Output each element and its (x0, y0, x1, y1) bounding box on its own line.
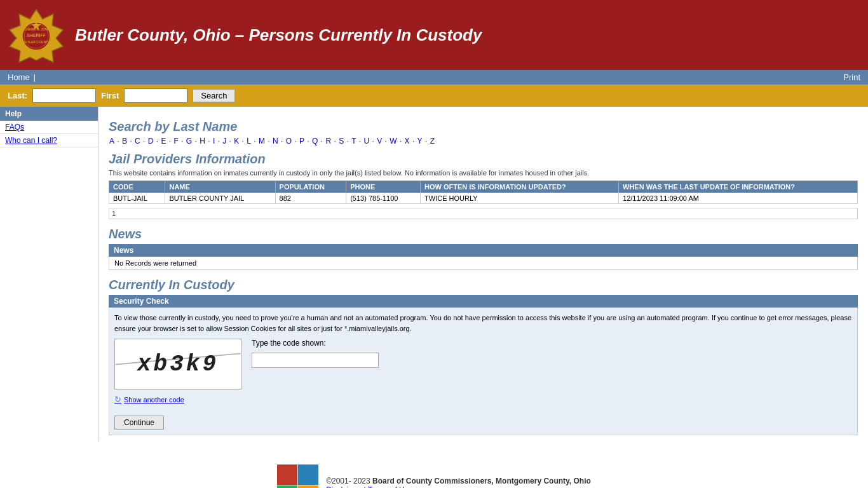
sidebar-item-faqs[interactable]: FAQs (0, 121, 98, 134)
alpha-b[interactable]: B (122, 137, 127, 146)
jail-table: CODE NAME POPULATION PHONE HOW OFTEN IS … (109, 180, 858, 204)
alpha-q[interactable]: Q (312, 137, 318, 146)
terms-link[interactable]: Terms of Use (368, 485, 413, 489)
alpha-s[interactable]: S (339, 137, 344, 146)
captcha-area: xb3k9 Type the code shown: (114, 339, 852, 390)
show-another-label: Show another code (124, 396, 184, 403)
disclaimer-link[interactable]: Disclaimer (326, 485, 362, 489)
svg-text:SHERIFF: SHERIFF (27, 33, 46, 37)
jail-description: This website contains information on inm… (109, 169, 858, 177)
montgomery-logo: MONTGOMERY (277, 464, 318, 488)
alpha-i[interactable]: I (213, 137, 215, 146)
alpha-d[interactable]: D (148, 137, 154, 146)
alpha-h[interactable]: H (200, 137, 205, 146)
news-header: News (109, 244, 858, 257)
layout: Help FAQs Who can I call? Search by Last… (0, 107, 868, 442)
cell-last-update: 12/11/2023 11:09:00 AM (619, 193, 858, 204)
jail-section: Jail Providers Information This website … (109, 152, 858, 219)
first-input[interactable] (124, 88, 187, 103)
show-another-code[interactable]: ↻ Show another code (114, 395, 852, 404)
news-heading: News (109, 227, 858, 241)
alpha-m[interactable]: M (259, 137, 265, 146)
security-header: Security Check (109, 295, 858, 308)
alpha-v[interactable]: V (377, 137, 382, 146)
alpha-x[interactable]: X (405, 137, 410, 146)
alpha-o[interactable]: O (286, 137, 292, 146)
alpha-l[interactable]: L (247, 137, 251, 146)
captcha-right: Type the code shown: (252, 339, 379, 368)
cell-code: BUTL-JAIL (109, 193, 165, 204)
home-link[interactable]: Home (8, 72, 30, 82)
sidebar-help-header: Help (0, 107, 98, 121)
alpha-k[interactable]: K (234, 137, 239, 146)
alpha-a[interactable]: A (109, 137, 114, 146)
table-row: BUTL-JAIL BUTLER COUNTY JAIL 882 (513) 7… (109, 193, 858, 204)
alpha-t[interactable]: T (351, 137, 356, 146)
searchbar: Last: First Search (0, 85, 868, 107)
news-body: No Records were returned (109, 257, 858, 270)
print-link[interactable]: Print (843, 72, 860, 82)
navbar: Home | Print (0, 70, 868, 85)
alpha-r[interactable]: R (325, 137, 331, 146)
page-header: RICHARD K. JONES SHERIFF BUTLER COUNTY B… (0, 0, 868, 70)
jail-heading: Jail Providers Information (109, 152, 858, 166)
alpha-n[interactable]: N (273, 137, 278, 146)
search-button[interactable]: Search (193, 89, 235, 102)
alpha-u[interactable]: U (364, 137, 370, 146)
table-footer: 1 (109, 208, 858, 219)
alpha-g[interactable]: G (186, 137, 192, 146)
alpha-z[interactable]: Z (430, 137, 435, 146)
svg-rect-10 (277, 485, 297, 488)
alpha-f[interactable]: F (173, 137, 178, 146)
svg-rect-11 (298, 485, 318, 488)
captcha-image: xb3k9 (114, 339, 241, 390)
alphabet-links: A · B · C · D · E · F · G · H · I · J · … (109, 137, 858, 146)
refresh-icon: ↻ (114, 395, 121, 404)
alpha-e[interactable]: E (161, 137, 166, 146)
sidebar-item-who-can-i-call[interactable]: Who can I call? (0, 134, 98, 147)
col-name: NAME (165, 181, 275, 193)
col-update-freq: HOW OFTEN IS INFORMATION UPDATED? (421, 181, 619, 193)
last-label: Last: (8, 91, 27, 100)
alpha-c[interactable]: C (135, 137, 140, 146)
custody-heading: Currently In Custody (109, 278, 858, 292)
search-section: Search by Last Name A · B · C · D · E · … (109, 119, 858, 146)
col-phone: PHONE (346, 181, 421, 193)
security-body: To view those currently in custody, you … (109, 308, 858, 435)
cell-name: BUTLER COUNTY JAIL (165, 193, 275, 204)
page-footer: MONTGOMERY ©2001- 2023 Board of County C… (0, 454, 868, 488)
first-label: First (101, 91, 119, 100)
svg-rect-9 (298, 464, 318, 485)
main-content: Search by Last Name A · B · C · D · E · … (98, 107, 868, 442)
alpha-w[interactable]: W (390, 137, 397, 146)
news-section: News News No Records were returned (109, 227, 858, 270)
custody-section: Currently In Custody Security Check To v… (109, 278, 858, 435)
sheriff-badge-logo: RICHARD K. JONES SHERIFF BUTLER COUNTY (8, 6, 65, 64)
continue-button[interactable]: Continue (114, 416, 164, 430)
captcha-input[interactable] (252, 353, 379, 368)
footer-text: ©2001- 2023 Board of County Commissioner… (326, 477, 591, 489)
col-last-update: WHEN WAS THE LAST UPDATE OF INFORMATION? (619, 181, 858, 193)
alpha-p[interactable]: P (299, 137, 304, 146)
footer-copyright: ©2001- 2023 (326, 477, 370, 485)
navbar-left: Home | (8, 72, 36, 82)
alpha-j[interactable]: J (222, 137, 226, 146)
sidebar: Help FAQs Who can I call? (0, 107, 98, 442)
last-input[interactable] (32, 88, 96, 103)
captcha-text: xb3k9 (137, 351, 219, 377)
cell-phone: (513) 785-1100 (346, 193, 421, 204)
search-heading: Search by Last Name (109, 119, 858, 134)
security-description: To view those currently in custody, you … (114, 313, 852, 334)
cell-population: 882 (275, 193, 346, 204)
captcha-label: Type the code shown: (252, 339, 379, 348)
cell-update-freq: TWICE HOURLY (421, 193, 619, 204)
svg-rect-8 (277, 464, 297, 485)
col-code: CODE (109, 181, 165, 193)
page-title: Butler County, Ohio – Persons Currently … (75, 25, 482, 45)
svg-text:BUTLER COUNTY: BUTLER COUNTY (23, 40, 50, 44)
footer-org: Board of County Commissioners, Montgomer… (372, 477, 591, 485)
col-population: POPULATION (275, 181, 346, 193)
navbar-divider: | (34, 73, 36, 82)
alpha-y[interactable]: Y (417, 137, 423, 146)
